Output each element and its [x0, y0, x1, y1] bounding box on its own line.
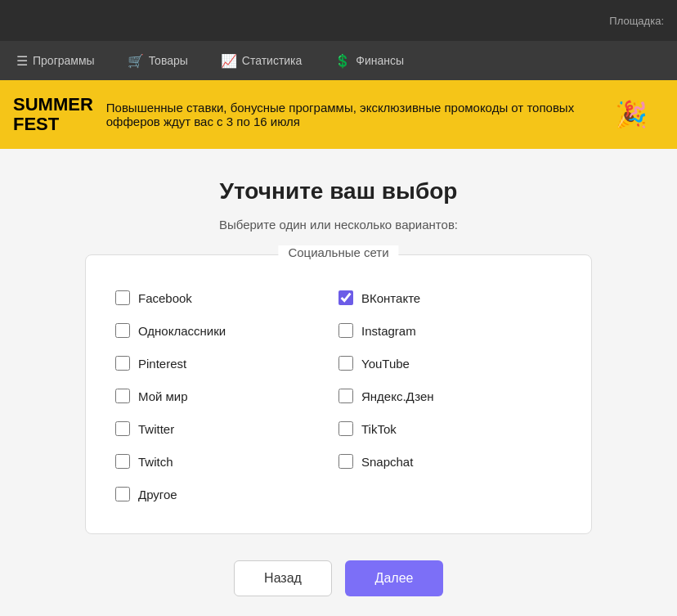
checkbox-facebook[interactable]	[115, 290, 130, 305]
next-button[interactable]: Далее	[345, 560, 443, 596]
page-subtitle: Выберите один или несколько вариантов:	[219, 218, 458, 232]
nav-label-statistics: Статистика	[242, 54, 303, 67]
nav-label-products: Товары	[149, 54, 188, 67]
label-snapchat: Snapchat	[361, 455, 413, 469]
main-content: Уточните ваш выбор Выберите один или нес…	[0, 149, 677, 613]
label-moi-mir: Мой мир	[138, 389, 188, 403]
checkbox-twitter[interactable]	[115, 421, 130, 436]
checkbox-yandex-dzen[interactable]	[338, 389, 353, 403]
checkbox-odnoklassniki[interactable]	[115, 323, 130, 338]
platform-label: Площадка:	[609, 15, 664, 27]
checkbox-instagram[interactable]	[338, 323, 353, 338]
banner-decoration: 🎉	[599, 90, 664, 139]
label-drugoe: Другое	[138, 488, 177, 501]
list-item[interactable]: Одноклассники	[115, 314, 338, 347]
nav-item-programs[interactable]: ☰ Программы	[0, 41, 111, 80]
list-item[interactable]: Facebook	[115, 281, 338, 314]
nav-item-finances[interactable]: 💲 Финансы	[318, 41, 420, 80]
header: Площадка:	[0, 0, 677, 41]
products-icon: 🛒	[128, 53, 144, 69]
nav-item-statistics[interactable]: 📈 Статистика	[204, 41, 319, 80]
label-odnoklassniki: Одноклассники	[138, 324, 226, 338]
nav-item-products[interactable]: 🛒 Товары	[111, 41, 204, 80]
label-pinterest: Pinterest	[138, 357, 186, 371]
list-item[interactable]: Pinterest	[115, 347, 338, 380]
banner-logo: SUMMER FEST	[13, 95, 93, 134]
right-column: ВКонтакте Instagram YouTube Яндекс.Дзен …	[338, 281, 562, 510]
list-item[interactable]: ВКонтакте	[338, 281, 562, 314]
label-twitch: Twitch	[138, 455, 173, 469]
nav-label-finances: Финансы	[356, 54, 404, 67]
nav-label-programs: Программы	[33, 54, 95, 67]
checkbox-tiktok[interactable]	[338, 421, 353, 436]
list-item[interactable]: YouTube	[338, 347, 562, 380]
checkbox-moi-mir[interactable]	[115, 389, 130, 403]
list-item[interactable]: Другое	[115, 478, 338, 510]
left-column: Facebook Одноклассники Pinterest Мой мир…	[115, 281, 338, 510]
list-item[interactable]: Snapchat	[338, 445, 562, 478]
list-item[interactable]: Twitter	[115, 412, 338, 445]
checkbox-drugoe[interactable]	[115, 487, 130, 501]
list-item[interactable]: Яндекс.Дзен	[338, 380, 562, 412]
label-instagram: Instagram	[361, 324, 416, 338]
checkbox-twitch[interactable]	[115, 454, 130, 469]
label-facebook: Facebook	[138, 291, 192, 305]
banner-text: Повышенные ставки, бонусные программы, э…	[106, 101, 585, 128]
label-twitter: Twitter	[138, 422, 174, 436]
list-item[interactable]: TikTok	[338, 412, 562, 445]
checkbox-youtube[interactable]	[338, 356, 353, 371]
label-youtube: YouTube	[361, 357, 410, 371]
finances-icon: 💲	[334, 53, 351, 69]
group-legend: Социальные сети	[278, 245, 398, 259]
programs-icon: ☰	[16, 53, 28, 69]
button-row: Назад Далее	[234, 560, 443, 596]
label-vkontakte: ВКонтакте	[361, 291, 420, 305]
checkbox-grid: Facebook Одноклассники Pinterest Мой мир…	[115, 281, 562, 510]
page-title: Уточните ваш выбор	[220, 178, 458, 205]
promo-banner: SUMMER FEST Повышенные ставки, бонусные …	[0, 80, 677, 149]
checkbox-pinterest[interactable]	[115, 356, 130, 371]
list-item[interactable]: Twitch	[115, 445, 338, 478]
checkbox-vkontakte[interactable]	[338, 290, 353, 305]
social-networks-box: Социальные сети Facebook Одноклассники P…	[85, 254, 592, 534]
statistics-icon: 📈	[221, 53, 237, 69]
list-item[interactable]: Мой мир	[115, 380, 338, 412]
back-button[interactable]: Назад	[234, 560, 332, 596]
label-yandex-dzen: Яндекс.Дзен	[361, 389, 434, 403]
main-nav: ☰ Программы 🛒 Товары 📈 Статистика 💲 Фина…	[0, 41, 677, 80]
label-tiktok: TikTok	[361, 422, 397, 436]
list-item[interactable]: Instagram	[338, 314, 562, 347]
checkbox-snapchat[interactable]	[338, 454, 353, 469]
